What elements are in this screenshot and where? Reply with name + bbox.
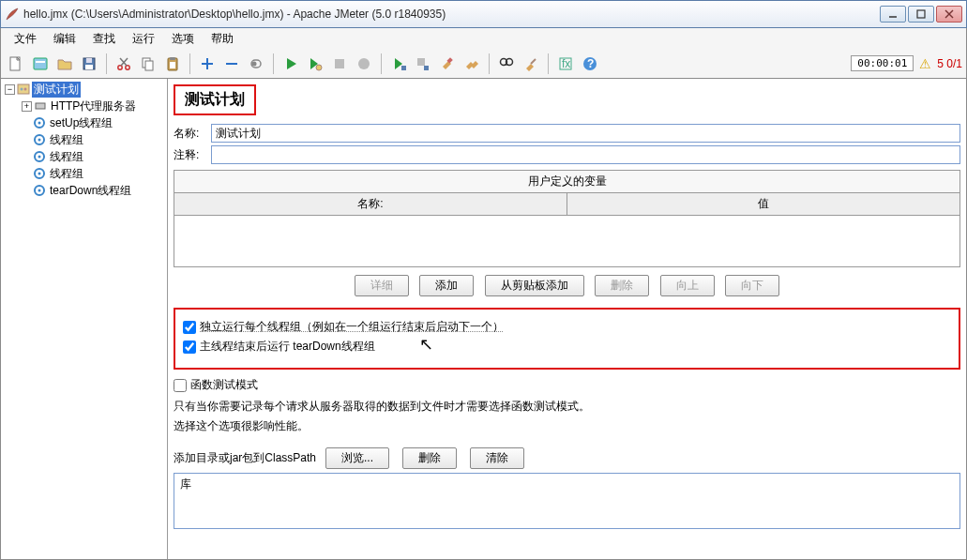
- elapsed-timer: 00:00:01: [851, 55, 914, 71]
- menu-options[interactable]: 选项: [164, 29, 202, 49]
- search-icon[interactable]: [495, 53, 518, 75]
- collapse-icon[interactable]: [220, 53, 243, 75]
- warning-icon[interactable]: ⚠: [919, 56, 931, 71]
- tree-node-tg2[interactable]: 线程组: [1, 148, 167, 165]
- shutdown-icon[interactable]: [353, 53, 375, 75]
- tree-node-tg1[interactable]: 线程组: [1, 131, 167, 148]
- toggle-icon[interactable]: [245, 53, 267, 75]
- tree-collapse-icon[interactable]: −: [5, 84, 15, 95]
- menu-search[interactable]: 查找: [85, 29, 123, 49]
- threadgroup-icon: [33, 167, 46, 180]
- svg-rect-6: [36, 61, 45, 63]
- delete-button[interactable]: 删除: [595, 275, 649, 296]
- serial-run-label[interactable]: 独立运行每个线程组（例如在一个组运行结束后启动下一个）: [200, 319, 504, 335]
- paste-icon[interactable]: [161, 53, 184, 75]
- teardown-checkbox[interactable]: [183, 341, 196, 354]
- menu-bar: 文件 编辑 查找 运行 选项 帮助: [0, 28, 967, 49]
- open-icon[interactable]: [53, 53, 76, 75]
- toolbar-separator: [106, 53, 107, 74]
- from-clipboard-button[interactable]: 从剪贴板添加: [485, 275, 584, 296]
- toolbar-separator: [489, 53, 490, 74]
- remote-stop-icon[interactable]: [412, 53, 434, 75]
- svg-rect-25: [335, 59, 344, 68]
- save-icon[interactable]: [78, 53, 100, 75]
- stop-icon[interactable]: [328, 53, 351, 75]
- content-pane[interactable]: 测试计划 名称: 注释: 用户定义的变量 名称: 值 详细 添加 从剪贴板添加 …: [168, 79, 966, 559]
- teardown-row: 主线程结束后运行 tearDown线程组: [183, 339, 951, 355]
- functional-test-label[interactable]: 函数测试模式: [190, 377, 258, 393]
- svg-point-24: [316, 65, 322, 70]
- note-line1: 只有当你需要记录每个请求从服务器取得的数据到文件时才需要选择函数测试模式。: [174, 399, 960, 415]
- menu-help[interactable]: 帮助: [204, 29, 241, 49]
- toolbar-separator: [381, 53, 382, 74]
- reset-search-icon[interactable]: [520, 53, 542, 75]
- copy-icon[interactable]: [137, 53, 159, 75]
- tree-label: setUp线程组: [48, 115, 114, 131]
- user-vars-table[interactable]: [174, 216, 959, 266]
- toolbar-separator: [273, 53, 274, 74]
- tree-node-testplan[interactable]: − 测试计划: [1, 81, 167, 98]
- svg-rect-27: [401, 66, 406, 70]
- svg-rect-1: [917, 10, 925, 18]
- app-icon: [5, 7, 20, 22]
- comment-input[interactable]: [211, 145, 960, 164]
- maximize-button[interactable]: [908, 6, 934, 23]
- start-icon[interactable]: [280, 53, 302, 75]
- svg-rect-28: [417, 58, 425, 66]
- detail-button[interactable]: 详细: [355, 275, 409, 296]
- name-row: 名称:: [174, 124, 960, 143]
- user-vars-section: 用户定义的变量 名称: 值: [174, 170, 960, 267]
- library-list[interactable]: 库: [174, 473, 960, 529]
- cut-icon[interactable]: [113, 53, 135, 75]
- teardown-label[interactable]: 主线程结束后运行 tearDown线程组: [200, 339, 375, 355]
- up-button[interactable]: 向上: [660, 275, 715, 296]
- delete-jar-button[interactable]: 删除: [402, 447, 457, 469]
- function-helper-icon[interactable]: fx: [554, 53, 577, 75]
- menu-edit[interactable]: 编辑: [46, 29, 83, 49]
- svg-rect-18: [170, 62, 175, 68]
- serial-run-row: 独立运行每个线程组（例如在一个组运行结束后启动下一个）: [183, 319, 951, 335]
- add-button[interactable]: 添加: [419, 275, 474, 296]
- main-split: − 测试计划 + HTTP代理服务器 setUp线程组 线程组 线程组: [0, 79, 967, 560]
- panel-title: 测试计划: [174, 84, 256, 115]
- menu-run[interactable]: 运行: [125, 29, 162, 49]
- tree-expand-icon[interactable]: +: [22, 101, 32, 112]
- svg-point-39: [21, 88, 23, 91]
- new-icon[interactable]: [5, 53, 27, 75]
- name-label: 名称:: [174, 126, 211, 142]
- col-value[interactable]: 值: [567, 193, 959, 215]
- svg-text:fx: fx: [562, 57, 570, 70]
- expand-icon[interactable]: [196, 53, 219, 75]
- tree-node-proxy[interactable]: + HTTP代理服务器: [1, 98, 167, 114]
- tree-label: 线程组: [48, 166, 85, 182]
- browse-button[interactable]: 浏览...: [325, 447, 389, 469]
- col-name[interactable]: 名称:: [174, 193, 567, 215]
- start-no-pause-icon[interactable]: [304, 53, 326, 75]
- templates-icon[interactable]: [29, 53, 52, 75]
- tree-node-teardown[interactable]: tearDown线程组: [1, 182, 167, 199]
- toolbar: fx ? 00:00:01 ⚠ 5 0/1: [0, 49, 967, 79]
- name-input[interactable]: [211, 124, 960, 143]
- tree-pane[interactable]: − 测试计划 + HTTP代理服务器 setUp线程组 线程组 线程组: [1, 79, 168, 559]
- clear-jar-button[interactable]: 清除: [470, 447, 524, 469]
- clear-icon[interactable]: [436, 53, 459, 75]
- functional-test-checkbox[interactable]: [174, 379, 187, 392]
- help-icon[interactable]: ?: [579, 53, 601, 75]
- threadgroup-icon: [33, 133, 46, 146]
- close-button[interactable]: [936, 6, 962, 23]
- clear-all-icon[interactable]: [461, 53, 483, 75]
- classpath-row: 添加目录或jar包到ClassPath 浏览... 删除 清除: [174, 447, 960, 469]
- menu-file[interactable]: 文件: [7, 29, 44, 49]
- window-titlebar: hello.jmx (C:\Users\Administrator\Deskto…: [0, 0, 967, 28]
- user-vars-header: 名称: 值: [174, 193, 959, 216]
- window-title: hello.jmx (C:\Users\Administrator\Deskto…: [23, 8, 880, 21]
- serial-run-checkbox[interactable]: [183, 321, 196, 334]
- remote-start-icon[interactable]: [387, 53, 410, 75]
- svg-rect-17: [170, 57, 175, 60]
- minimize-button[interactable]: [880, 6, 906, 23]
- tree-node-setup[interactable]: setUp线程组: [1, 114, 167, 131]
- down-button[interactable]: 向下: [725, 275, 779, 296]
- tree-node-tg3[interactable]: 线程组: [1, 165, 167, 182]
- svg-point-51: [38, 189, 41, 192]
- svg-point-47: [38, 156, 41, 159]
